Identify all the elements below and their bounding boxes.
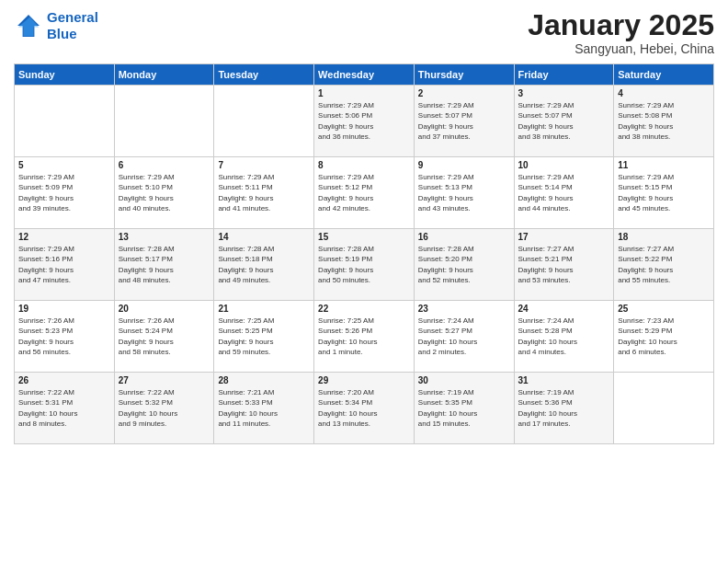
day-number: 2 (418, 88, 510, 98)
day-number: 31 (518, 375, 610, 385)
calendar-cell: 21Sunrise: 7:25 AM Sunset: 5:25 PM Dayli… (214, 301, 314, 373)
day-info: Sunrise: 7:22 AM Sunset: 5:32 PM Dayligh… (119, 387, 210, 429)
day-number: 21 (218, 304, 310, 314)
calendar-cell: 30Sunrise: 7:19 AM Sunset: 5:35 PM Dayli… (414, 373, 514, 444)
day-info: Sunrise: 7:29 AM Sunset: 5:07 PM Dayligh… (418, 100, 510, 142)
calendar-cell: 7Sunrise: 7:29 AM Sunset: 5:11 PM Daylig… (214, 157, 314, 229)
day-info: Sunrise: 7:27 AM Sunset: 5:22 PM Dayligh… (618, 244, 710, 285)
calendar-cell: 11Sunrise: 7:29 AM Sunset: 5:15 PM Dayli… (614, 157, 714, 229)
location-subtitle: Sangyuan, Hebei, China (528, 41, 714, 56)
day-info: Sunrise: 7:28 AM Sunset: 5:20 PM Dayligh… (418, 244, 510, 285)
calendar-cell: 14Sunrise: 7:28 AM Sunset: 5:18 PM Dayli… (214, 229, 314, 301)
calendar-cell: 24Sunrise: 7:24 AM Sunset: 5:28 PM Dayli… (514, 301, 614, 373)
day-info: Sunrise: 7:28 AM Sunset: 5:17 PM Dayligh… (119, 244, 210, 285)
day-info: Sunrise: 7:23 AM Sunset: 5:29 PM Dayligh… (618, 316, 710, 357)
calendar-cell: 1Sunrise: 7:29 AM Sunset: 5:06 PM Daylig… (314, 86, 415, 157)
calendar-cell: 31Sunrise: 7:19 AM Sunset: 5:36 PM Dayli… (514, 373, 614, 444)
calendar-cell: 28Sunrise: 7:21 AM Sunset: 5:33 PM Dayli… (214, 373, 314, 444)
calendar-cell: 12Sunrise: 7:29 AM Sunset: 5:16 PM Dayli… (15, 229, 115, 301)
day-info: Sunrise: 7:29 AM Sunset: 5:12 PM Dayligh… (318, 172, 410, 213)
title-block: January 2025 Sangyuan, Hebei, China (528, 9, 714, 56)
day-info: Sunrise: 7:26 AM Sunset: 5:23 PM Dayligh… (18, 316, 110, 357)
day-number: 29 (318, 375, 410, 385)
day-info: Sunrise: 7:29 AM Sunset: 5:16 PM Dayligh… (18, 244, 110, 285)
calendar-cell: 29Sunrise: 7:20 AM Sunset: 5:34 PM Dayli… (314, 373, 415, 444)
day-info: Sunrise: 7:20 AM Sunset: 5:34 PM Dayligh… (318, 387, 410, 429)
day-info: Sunrise: 7:27 AM Sunset: 5:21 PM Dayligh… (518, 244, 610, 285)
col-tuesday: Tuesday (214, 64, 314, 86)
calendar-cell: 22Sunrise: 7:25 AM Sunset: 5:26 PM Dayli… (314, 301, 415, 373)
calendar-week-row: 12Sunrise: 7:29 AM Sunset: 5:16 PM Dayli… (15, 229, 714, 301)
day-number: 19 (18, 304, 110, 314)
day-number: 20 (119, 304, 210, 314)
day-info: Sunrise: 7:24 AM Sunset: 5:28 PM Dayligh… (518, 316, 610, 357)
day-info: Sunrise: 7:24 AM Sunset: 5:27 PM Dayligh… (418, 316, 510, 357)
logo-text: General Blue (47, 9, 98, 42)
calendar-week-row: 5Sunrise: 7:29 AM Sunset: 5:09 PM Daylig… (15, 157, 714, 229)
day-number: 28 (218, 375, 310, 385)
day-number: 12 (18, 232, 110, 242)
col-friday: Friday (514, 64, 614, 86)
day-info: Sunrise: 7:29 AM Sunset: 5:07 PM Dayligh… (518, 100, 610, 142)
day-info: Sunrise: 7:29 AM Sunset: 5:06 PM Dayligh… (318, 100, 410, 142)
calendar-cell: 27Sunrise: 7:22 AM Sunset: 5:32 PM Dayli… (114, 373, 214, 444)
day-info: Sunrise: 7:19 AM Sunset: 5:35 PM Dayligh… (418, 387, 510, 429)
day-info: Sunrise: 7:29 AM Sunset: 5:13 PM Dayligh… (418, 172, 510, 213)
day-info: Sunrise: 7:29 AM Sunset: 5:10 PM Dayligh… (119, 172, 210, 213)
day-info: Sunrise: 7:29 AM Sunset: 5:14 PM Dayligh… (518, 172, 610, 213)
day-number: 13 (119, 232, 210, 242)
day-number: 1 (318, 88, 410, 98)
calendar-cell: 13Sunrise: 7:28 AM Sunset: 5:17 PM Dayli… (114, 229, 214, 301)
col-saturday: Saturday (614, 64, 714, 86)
day-info: Sunrise: 7:29 AM Sunset: 5:15 PM Dayligh… (618, 172, 710, 213)
day-info: Sunrise: 7:29 AM Sunset: 5:08 PM Dayligh… (618, 100, 710, 142)
calendar-cell: 18Sunrise: 7:27 AM Sunset: 5:22 PM Dayli… (614, 229, 714, 301)
day-info: Sunrise: 7:29 AM Sunset: 5:11 PM Dayligh… (218, 172, 310, 213)
day-number: 14 (218, 232, 310, 242)
day-number: 18 (618, 232, 710, 242)
calendar-cell: 26Sunrise: 7:22 AM Sunset: 5:31 PM Dayli… (15, 373, 115, 444)
day-number: 30 (418, 375, 510, 385)
day-info: Sunrise: 7:28 AM Sunset: 5:18 PM Dayligh… (218, 244, 310, 285)
day-number: 22 (318, 304, 410, 314)
day-info: Sunrise: 7:25 AM Sunset: 5:26 PM Dayligh… (318, 316, 410, 357)
day-number: 4 (618, 88, 710, 98)
day-number: 7 (218, 160, 310, 170)
day-info: Sunrise: 7:28 AM Sunset: 5:19 PM Dayligh… (318, 244, 410, 285)
day-info: Sunrise: 7:26 AM Sunset: 5:24 PM Dayligh… (119, 316, 210, 357)
calendar-cell: 20Sunrise: 7:26 AM Sunset: 5:24 PM Dayli… (114, 301, 214, 373)
calendar-cell: 2Sunrise: 7:29 AM Sunset: 5:07 PM Daylig… (414, 86, 514, 157)
calendar-cell (114, 86, 214, 157)
calendar-cell (214, 86, 314, 157)
calendar-cell: 16Sunrise: 7:28 AM Sunset: 5:20 PM Dayli… (414, 229, 514, 301)
day-info: Sunrise: 7:22 AM Sunset: 5:31 PM Dayligh… (18, 387, 110, 429)
calendar-cell: 19Sunrise: 7:26 AM Sunset: 5:23 PM Dayli… (15, 301, 115, 373)
calendar-cell: 23Sunrise: 7:24 AM Sunset: 5:27 PM Dayli… (414, 301, 514, 373)
day-number: 10 (518, 160, 610, 170)
calendar-cell: 3Sunrise: 7:29 AM Sunset: 5:07 PM Daylig… (514, 86, 614, 157)
day-info: Sunrise: 7:29 AM Sunset: 5:09 PM Dayligh… (18, 172, 110, 213)
day-number: 23 (418, 304, 510, 314)
day-number: 25 (618, 304, 710, 314)
calendar-cell: 9Sunrise: 7:29 AM Sunset: 5:13 PM Daylig… (414, 157, 514, 229)
month-title: January 2025 (528, 9, 714, 41)
calendar-cell: 8Sunrise: 7:29 AM Sunset: 5:12 PM Daylig… (314, 157, 415, 229)
logo-icon (14, 11, 43, 40)
day-number: 17 (518, 232, 610, 242)
calendar-cell: 6Sunrise: 7:29 AM Sunset: 5:10 PM Daylig… (114, 157, 214, 229)
day-number: 15 (318, 232, 410, 242)
logo: General Blue (14, 9, 98, 42)
day-number: 11 (618, 160, 710, 170)
day-number: 16 (418, 232, 510, 242)
day-number: 26 (18, 375, 110, 385)
calendar-header-row: Sunday Monday Tuesday Wednesday Thursday… (15, 64, 714, 86)
col-sunday: Sunday (15, 64, 115, 86)
calendar-week-row: 1Sunrise: 7:29 AM Sunset: 5:06 PM Daylig… (15, 86, 714, 157)
calendar-week-row: 19Sunrise: 7:26 AM Sunset: 5:23 PM Dayli… (15, 301, 714, 373)
calendar-cell: 4Sunrise: 7:29 AM Sunset: 5:08 PM Daylig… (614, 86, 714, 157)
header: General Blue January 2025 Sangyuan, Hebe… (14, 9, 714, 56)
day-number: 5 (18, 160, 110, 170)
col-wednesday: Wednesday (314, 64, 415, 86)
day-number: 3 (518, 88, 610, 98)
day-number: 27 (119, 375, 210, 385)
